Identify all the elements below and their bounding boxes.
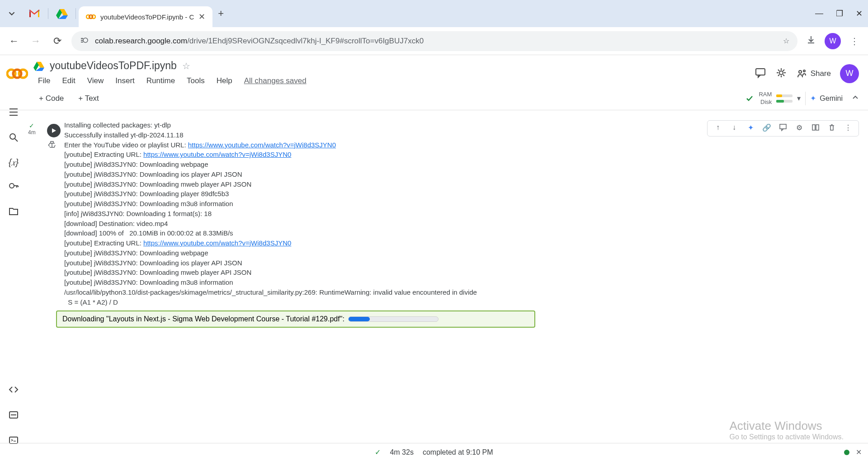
close-window-button[interactable]: ✕ — [856, 9, 863, 19]
output-link[interactable]: https://www.youtube.com/watch?v=jWi8d3SJ… — [188, 141, 336, 149]
output-line: [youtube] jWi8d3SJYN0: Downloading mweb … — [64, 179, 863, 189]
collapse-panel-icon[interactable] — [852, 94, 859, 103]
menu-help[interactable]: Help — [212, 75, 237, 87]
site-info-icon[interactable] — [80, 36, 89, 47]
share-button[interactable]: Share — [796, 68, 831, 79]
forward-button[interactable]: → — [28, 35, 43, 47]
svg-rect-5 — [81, 42, 83, 42]
cell-elapsed: 4m — [28, 129, 36, 136]
output-line: /usr/local/lib/python3.10/dist-packages/… — [64, 287, 863, 297]
run-cell-button[interactable] — [47, 124, 61, 137]
browser-toolbar: ← → ⟳ colab.research.google.com/drive/1E… — [0, 27, 868, 55]
window-controls: — ❐ ✕ — [815, 9, 863, 19]
svg-rect-16 — [9, 115, 18, 116]
code-snippets-icon[interactable] — [7, 384, 20, 397]
output-line: [youtube] Extracting URL: https://www.yo… — [64, 150, 863, 160]
svg-rect-21 — [9, 437, 18, 443]
command-palette-icon[interactable] — [7, 409, 20, 422]
settings-icon[interactable] — [775, 67, 787, 80]
variables-icon[interactable]: {𝑥} — [7, 157, 20, 168]
svg-point-6 — [83, 38, 88, 42]
output-line: [youtube] jWi8d3SJYN0: Downloading webpa… — [64, 248, 863, 258]
drive-location-icon[interactable] — [33, 61, 44, 71]
menu-insert[interactable]: Insert — [111, 75, 139, 87]
runtime-dropdown[interactable]: ▾ — [797, 94, 801, 103]
menu-runtime[interactable]: Runtime — [142, 75, 179, 87]
svg-point-18 — [9, 183, 14, 188]
minimize-button[interactable]: — — [815, 9, 823, 19]
status-check-icon: ✓ — [375, 448, 381, 456]
connected-check-icon — [745, 94, 754, 103]
output-line: Successfully installed yt-dlp-2024.11.18 — [64, 130, 863, 140]
output-line: Enter the YouTube video or playlist URL:… — [64, 140, 863, 150]
output-line: [youtube] jWi8d3SJYN0: Downloading m3u8 … — [64, 278, 863, 287]
menu-view[interactable]: View — [83, 75, 108, 87]
downloads-icon[interactable] — [804, 35, 818, 47]
star-toggle[interactable]: ☆ — [182, 61, 190, 71]
colab-favicon — [86, 14, 96, 20]
search-icon[interactable] — [7, 132, 20, 145]
clear-output-icon[interactable] — [47, 140, 57, 152]
browser-tab-strip: youtubeVideosToPDF.ipynb - C ✕ + — ❐ ✕ — [0, 0, 868, 27]
address-bar[interactable]: colab.research.google.com/drive/1Ehdj9SR… — [71, 31, 797, 51]
maximize-button[interactable]: ❐ — [836, 9, 843, 19]
new-tab-button[interactable]: + — [218, 8, 224, 19]
output-line: [youtube] Extracting URL: https://www.yo… — [64, 238, 863, 248]
status-completed: completed at 9:10 PM — [423, 448, 493, 456]
svg-rect-3 — [81, 38, 83, 39]
tab-search-dropdown[interactable] — [5, 7, 18, 20]
chrome-menu-icon[interactable]: ⋮ — [847, 36, 862, 47]
gmail-icon[interactable] — [28, 7, 41, 20]
output-link[interactable]: https://www.youtube.com/watch?v=jWi8d3SJ… — [143, 239, 291, 247]
output-line: [youtube] jWi8d3SJYN0: Downloading playe… — [64, 189, 863, 199]
drive-icon[interactable] — [56, 7, 68, 20]
menu-tools[interactable]: Tools — [182, 75, 209, 87]
url-text: colab.research.google.com/drive/1Ehdj9SR… — [95, 37, 777, 46]
close-status-icon[interactable]: ✕ — [856, 448, 862, 456]
check-icon: ✓ — [29, 122, 34, 129]
back-button[interactable]: ← — [6, 35, 22, 47]
left-sidebar: {𝑥} — [0, 105, 27, 218]
output-link[interactable]: https://www.youtube.com/watch?v=jWi8d3SJ… — [143, 151, 291, 158]
resource-bars[interactable] — [776, 94, 793, 103]
svg-rect-14 — [9, 108, 18, 109]
files-icon[interactable] — [7, 206, 20, 218]
document-title[interactable]: youtubeVideosToPDF.ipynb — [50, 60, 177, 72]
add-code-button[interactable]: + Code — [35, 92, 67, 105]
table-of-contents-icon[interactable] — [7, 107, 20, 119]
svg-rect-15 — [9, 112, 18, 113]
gemini-button[interactable]: ✦ Gemini — [805, 92, 847, 105]
output-line: [download] Destination: video.mp4 — [64, 219, 863, 229]
left-sidebar-bottom — [0, 384, 27, 447]
download-status-box: Downloading "Layouts in Next.js - Sigma … — [56, 310, 535, 328]
windows-activation-watermark: Activate Windows Go to Settings to activ… — [729, 419, 844, 441]
comments-icon[interactable] — [755, 67, 766, 80]
output-line: [youtube] jWi8d3SJYN0: Downloading ios p… — [64, 258, 863, 268]
menu-file[interactable]: File — [33, 75, 55, 87]
tab-close-button[interactable]: ✕ — [198, 12, 205, 22]
svg-point-13 — [803, 70, 805, 72]
output-line: S = (A1 * A2) / D — [64, 297, 863, 307]
menu-edit[interactable]: Edit — [57, 75, 80, 87]
add-text-button[interactable]: + Text — [75, 92, 103, 105]
bookmark-star-icon[interactable]: ☆ — [783, 37, 789, 45]
resource-labels[interactable]: RAM Disk — [759, 91, 772, 106]
save-status[interactable]: All changes saved — [240, 75, 311, 87]
colab-logo[interactable] — [6, 63, 28, 85]
active-tab[interactable]: youtubeVideosToPDF.ipynb - C ✕ — [79, 6, 212, 27]
output-line: [youtube] jWi8d3SJYN0: Downloading mweb … — [64, 268, 863, 278]
status-elapsed: 4m 32s — [390, 448, 413, 456]
notebook-toolbar: + Code + Text RAM Disk ▾ ✦ Gemini — [0, 87, 868, 110]
user-avatar[interactable]: W — [840, 64, 859, 83]
download-progress-bar — [348, 316, 439, 322]
status-bar: ✓ 4m 32s completed at 9:10 PM ✕ — [0, 443, 868, 461]
reload-button[interactable]: ⟳ — [50, 35, 65, 47]
output-line: [youtube] jWi8d3SJYN0: Downloading ios p… — [64, 169, 863, 179]
kernel-status-dot[interactable] — [844, 450, 849, 455]
svg-point-11 — [779, 71, 783, 75]
profile-avatar[interactable]: W — [825, 33, 841, 49]
secrets-icon[interactable] — [7, 180, 20, 193]
menubar: File Edit View Insert Runtime Tools Help… — [33, 75, 749, 87]
download-status-text: Downloading "Layouts in Next.js - Sigma … — [62, 315, 344, 323]
output-line: Installing collected packages: yt-dlp — [64, 120, 863, 130]
